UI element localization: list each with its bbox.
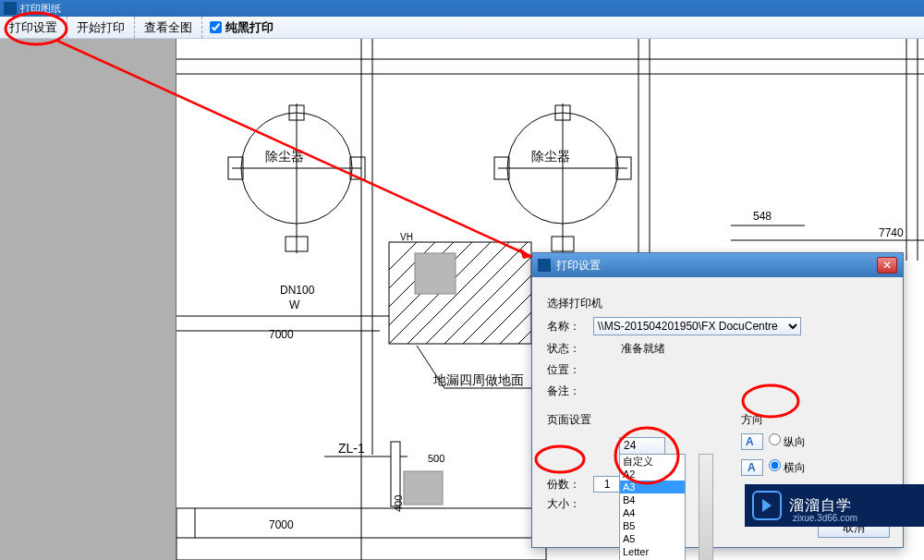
location-label: 位置： <box>547 362 593 378</box>
svg-text:除尘器: 除尘器 <box>531 149 570 164</box>
window-title: 打印图纸 <box>20 2 61 16</box>
app-icon <box>4 2 17 15</box>
svg-text:548: 548 <box>753 210 772 223</box>
name-label: 名称： <box>547 319 593 335</box>
window-titlebar: 打印图纸 <box>0 0 924 17</box>
svg-rect-47 <box>415 253 456 294</box>
size-option[interactable]: A3 <box>620 481 685 493</box>
status-label: 状态： <box>547 341 593 357</box>
svg-text:ZL-1: ZL-1 <box>338 441 365 456</box>
black-print-checkbox[interactable] <box>210 21 222 33</box>
menu-print-settings[interactable]: 打印设置 <box>0 17 67 38</box>
menu-bar: 打印设置 开始打印 查看全图 纯黑打印 <box>0 17 924 39</box>
dialog-title: 打印设置 <box>556 258 601 274</box>
play-icon <box>752 491 782 520</box>
svg-text:7740: 7740 <box>879 226 904 239</box>
svg-text:除尘器: 除尘器 <box>265 149 304 164</box>
landscape-radio[interactable]: 横向 <box>769 459 806 476</box>
menu-view-all[interactable]: 查看全图 <box>135 17 201 38</box>
dialog-icon <box>538 259 551 272</box>
svg-text:7000: 7000 <box>269 518 294 531</box>
comment-label: 备注： <box>547 383 593 399</box>
svg-text:500: 500 <box>428 453 444 464</box>
watermark: 溜溜自学 zixue.3d66.com <box>745 484 924 527</box>
section-page: 页面设置 <box>547 412 713 428</box>
section-orientation: 方向 <box>741 412 888 428</box>
svg-rect-54 <box>404 471 443 505</box>
dialog-titlebar[interactable]: 打印设置 <box>532 253 903 277</box>
size-option[interactable]: B5 <box>620 519 685 532</box>
menu-start-print[interactable]: 开始打印 <box>67 17 134 38</box>
svg-text:7000: 7000 <box>269 328 294 341</box>
left-gutter <box>0 39 176 560</box>
svg-text:W: W <box>289 298 300 311</box>
size-option[interactable]: A2 <box>620 468 685 481</box>
landscape-icon: A <box>741 459 763 476</box>
size-option[interactable]: A4 <box>620 506 685 519</box>
watermark-url: zixue.3d66.com <box>793 513 857 523</box>
section-printer: 选择打印机 <box>547 296 888 311</box>
size-option[interactable]: 自定义 <box>620 455 685 468</box>
size-selected-display[interactable]: 24 <box>619 437 665 454</box>
menu-black-print[interactable]: 纯黑打印 <box>202 19 281 36</box>
status-value: 准备就绪 <box>593 341 888 357</box>
portrait-radio[interactable]: 纵向 <box>769 433 806 450</box>
size-option[interactable]: A5 <box>620 532 685 545</box>
copies-input[interactable] <box>593 476 621 493</box>
size-label: 大小： <box>547 496 593 512</box>
svg-text:DN100: DN100 <box>280 284 315 297</box>
svg-text:地漏四周做地面: 地漏四周做地面 <box>432 372 524 387</box>
portrait-icon: A <box>741 433 763 450</box>
close-icon[interactable]: ✕ <box>877 257 897 274</box>
size-option[interactable]: Letter <box>620 545 685 558</box>
printer-select[interactable]: \\MS-201504201950\FX DocuCentre <box>593 317 801 335</box>
copies-label: 份数： <box>547 477 593 493</box>
svg-text:VH: VH <box>400 232 413 242</box>
size-option[interactable]: B4 <box>620 493 685 506</box>
size-listbox[interactable]: 自定义A2A3B4A4B5A5LetterLegalFolio <box>619 454 686 560</box>
svg-text:400: 400 <box>393 495 404 512</box>
dialog-body: 选择打印机 名称： \\MS-201504201950\FX DocuCentr… <box>532 277 903 498</box>
scrollbar[interactable] <box>699 454 713 560</box>
black-print-label: 纯黑打印 <box>225 19 274 36</box>
